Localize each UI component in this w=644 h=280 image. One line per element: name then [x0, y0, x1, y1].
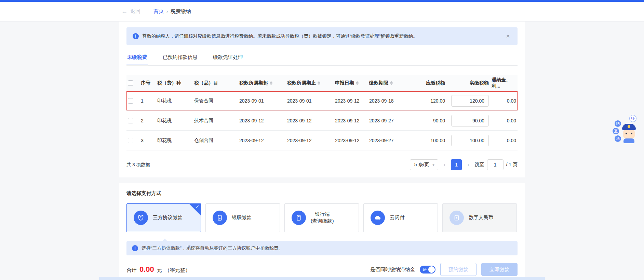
- sort-icon[interactable]: [318, 81, 320, 85]
- mascot-bubble: 征: [629, 115, 636, 122]
- paid-amount-cell: [446, 95, 490, 107]
- declare-date-cell: 2023-09-12: [334, 98, 368, 104]
- row-select-cell: [126, 138, 139, 143]
- period-end-cell: 2023-09-12: [286, 118, 334, 123]
- toggle-on-text: 是: [422, 267, 427, 272]
- tab-voucher[interactable]: 缴款凭证处理: [213, 51, 244, 65]
- due-date-cell: 2023-09-27: [368, 118, 412, 123]
- total-label: 合计: [126, 267, 137, 274]
- column-header: 申报日期: [334, 80, 368, 86]
- payment-method-list: 三方协议缴款✓银联缴款银行端(查询缴款)云闪付数字人民币: [126, 203, 518, 232]
- breadcrumb: ← 返回 首页 › 税费缴纳: [121, 8, 191, 15]
- bankcard-icon: [213, 211, 227, 225]
- close-icon[interactable]: ✕: [505, 32, 511, 40]
- column-header: 税（费）种: [156, 80, 193, 86]
- current-page-button[interactable]: 1: [451, 159, 462, 170]
- column-header: 税款所属期起: [238, 80, 286, 86]
- back-label: 返回: [130, 8, 140, 15]
- late-fee-toggle-label: 是否同时缴纳滞纳金: [371, 266, 415, 273]
- payment-method-label: 银联缴款: [232, 214, 252, 221]
- payable-amount-cell: 100.00: [412, 138, 446, 143]
- payment-note-banner: i 选择“三方协议缴款”，系统将自动从签订的三方协议账户中扣缴税费。: [126, 241, 518, 255]
- column-header: 实缴税额: [446, 80, 490, 86]
- page-size-value: 5 条/页: [414, 162, 429, 168]
- paid-amount-input[interactable]: [451, 135, 489, 146]
- column-label: 序号: [141, 80, 150, 86]
- payment-method-ecny[interactable]: 数字人民币: [442, 203, 517, 232]
- column-label: 税款所属期起: [239, 80, 268, 86]
- paid-amount-input[interactable]: [451, 95, 489, 107]
- sort-icon[interactable]: [390, 81, 393, 85]
- mascot-bubble: 互: [613, 128, 619, 134]
- payment-action-bar: 合计 0.00 元 （零元整） 是否同时缴纳滞纳金 是 预约缴款 立即缴款: [126, 263, 518, 276]
- column-label: 税（品）目: [194, 80, 218, 86]
- chevron-down-icon: ▾: [432, 163, 434, 167]
- late-fee-toggle[interactable]: 是: [420, 266, 435, 274]
- back-arrow-icon: ←: [121, 8, 128, 15]
- mascot-widget[interactable]: 征 纳 互 动: [610, 115, 639, 149]
- table-header-row: 序号税（费）种税（品）目税款所属期起税款所属期止申报日期缴款期限应缴税额实缴税额…: [126, 75, 518, 91]
- tab-unpaid[interactable]: 未缴税费: [126, 51, 148, 65]
- due-date-cell: 2023-09-18: [368, 98, 412, 104]
- row-checkbox[interactable]: [128, 118, 133, 123]
- payment-method-label-line: 云闪付: [390, 214, 405, 221]
- tax-item-cell: 保管合同: [193, 98, 238, 104]
- column-header: 缴款期限: [368, 80, 412, 86]
- sort-icon[interactable]: [356, 81, 359, 85]
- next-page-button[interactable]: ›: [465, 162, 471, 168]
- check-icon: ✓: [196, 204, 199, 209]
- pay-now-button[interactable]: 立即缴款: [481, 263, 518, 276]
- table-body: 1印花税保管合同2023-09-012023-09-012023-09-1220…: [126, 91, 518, 150]
- row-checkbox[interactable]: [128, 138, 133, 143]
- column-header: 滞纳金、利...: [490, 77, 518, 89]
- page-jump: 跳至 / 1 页: [475, 159, 518, 170]
- late-fee-cell: 0.00: [490, 98, 518, 104]
- sort-asc-icon: [356, 81, 359, 83]
- payment-method-label-line: 三方协议缴款: [153, 214, 183, 221]
- note-caret: [162, 239, 167, 241]
- back-button[interactable]: ← 返回: [121, 8, 140, 15]
- jump-page-input[interactable]: [487, 159, 504, 170]
- period-end-cell: 2023-09-01: [286, 98, 334, 104]
- reserve-payment-button[interactable]: 预约缴款: [440, 263, 477, 276]
- payment-panel: 请选择支付方式 三方协议缴款✓银联缴款银行端(查询缴款)云闪付数字人民币 i 选…: [119, 183, 525, 277]
- page-header: ← 返回 首页 › 税费缴纳: [0, 2, 644, 22]
- pager-controls: 5 条/页 ▾ ‹ 1 › 跳至 / 1 页: [410, 159, 518, 170]
- period-start-cell: 2023-09-01: [238, 98, 286, 104]
- info-icon: i: [132, 245, 138, 251]
- paid-amount-cell: [446, 135, 490, 146]
- row-checkbox[interactable]: [128, 98, 133, 104]
- sort-icon[interactable]: [270, 81, 272, 85]
- tax-list-panel: i 尊敬的纳税人，请仔细核对应缴款信息后进行税费缴纳。若未缴款成功导致税（费）款…: [119, 22, 525, 177]
- page-title: 税费缴纳: [171, 8, 191, 15]
- mascot-avatar: [621, 124, 637, 144]
- column-header: [126, 80, 139, 86]
- prev-page-button[interactable]: ‹: [442, 162, 447, 168]
- declare-date-cell: 2023-09-12: [334, 118, 368, 123]
- total-unit: 元: [157, 267, 162, 274]
- column-label: 税款所属期止: [287, 80, 316, 86]
- paid-amount-input[interactable]: [451, 115, 489, 126]
- tax-item-cell: 技术合同: [193, 118, 238, 124]
- payment-method-label: 云闪付: [390, 214, 405, 221]
- unpaid-tax-table: 序号税（费）种税（品）目税款所属期起税款所属期止申报日期缴款期限应缴税额实缴税额…: [126, 75, 518, 150]
- breadcrumb-home-link[interactable]: 首页: [153, 8, 164, 15]
- sort-desc-icon: [390, 83, 393, 85]
- sort-desc-icon: [318, 83, 320, 85]
- payment-method-label-line: 银行端: [311, 211, 334, 218]
- tab-bar: 未缴税费已预约扣款信息缴款凭证处理: [126, 51, 518, 66]
- total-pages-text: / 1 页: [506, 162, 518, 168]
- payment-method-unionpay[interactable]: 银联缴款: [205, 203, 280, 232]
- sort-asc-icon: [390, 81, 393, 83]
- column-label: 滞纳金、利...: [492, 77, 516, 89]
- tab-reserved[interactable]: 已预约扣款信息: [162, 51, 198, 65]
- select-all-checkbox[interactable]: [128, 80, 133, 86]
- payment-note-text: 选择“三方协议缴款”，系统将自动从签订的三方协议账户中扣缴税费。: [142, 245, 283, 251]
- payment-method-bank-side[interactable]: 银行端(查询缴款): [284, 203, 359, 232]
- seq-cell: 2: [139, 118, 156, 123]
- total-amount: 合计 0.00 元 （零元整）: [126, 265, 190, 274]
- payment-method-quickpass[interactable]: 云闪付: [363, 203, 438, 232]
- page-size-select[interactable]: 5 条/页 ▾: [410, 159, 438, 170]
- payment-method-label-line: (查询缴款): [311, 218, 334, 225]
- payment-method-tripartite[interactable]: 三方协议缴款✓: [126, 203, 201, 232]
